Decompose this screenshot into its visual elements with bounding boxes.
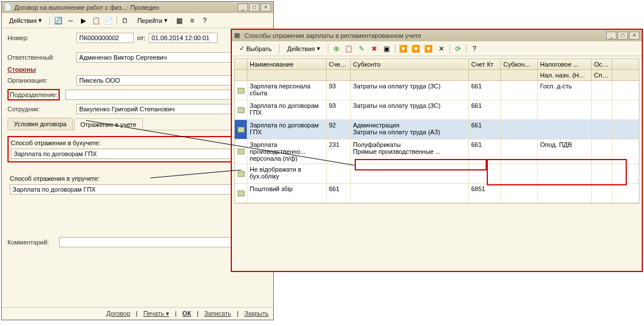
salary-methods-window: ▦ Способы отражения зарплаты в регламент… — [231, 29, 643, 272]
arrow-icon[interactable]: ↔ — [66, 16, 75, 25]
cell-skt: 661 — [469, 139, 501, 164]
cell-sub2 — [501, 120, 538, 139]
parties-section: Стороны — [7, 66, 267, 73]
cell-name: Зарплата по договорам ГПХ — [247, 100, 327, 119]
filter2-icon[interactable]: 🔽 — [412, 44, 421, 53]
row-icon — [235, 120, 247, 139]
upr-input[interactable] — [10, 184, 265, 195]
separator — [466, 44, 467, 53]
doc2-icon[interactable]: 📄 — [104, 16, 113, 25]
cell-skt: 661 — [469, 120, 501, 139]
minimize-button[interactable]: _ — [606, 32, 616, 40]
cell-nal — [538, 120, 592, 139]
upr-label: Способ отражения в упручете: — [10, 175, 265, 182]
th-skt[interactable]: Счет Кт — [469, 59, 501, 69]
cell-sub2 — [501, 184, 538, 203]
cell-sub2 — [501, 81, 538, 100]
cell-sub2 — [501, 100, 538, 119]
close-button[interactable]: × — [261, 3, 271, 11]
cell-oso — [592, 100, 612, 119]
cell-sdt: 92 — [327, 120, 351, 139]
cell-sdt: 93 — [327, 100, 351, 119]
cell-sub: Затраты на оплату труда (ЗС) — [351, 81, 469, 100]
table-subheader: Нал. назн. (НДС) Спо... отр... — [235, 70, 639, 81]
toolbar: Действия ▾ 🔄 ↔ ▶ 📋 📄 🗋 Перейти ▾ ▦ ≡ ? — [2, 13, 273, 28]
help-icon[interactable]: ? — [470, 44, 479, 53]
footer: Договор | Печать ▾ | ОК | Записать | Зак… — [2, 307, 273, 320]
cell-name: Зарплата производственно... персонала (п… — [247, 139, 327, 164]
cell-sub: Затраты на оплату труда (ЗС) — [351, 100, 469, 119]
print-button[interactable]: Печать ▾ — [143, 310, 169, 317]
sub-nal: Нал. назн. (НДС) — [538, 70, 592, 80]
table-content: Наименование Счет Дт Субконто Счет Кт Су… — [232, 56, 642, 271]
division-label: Подразделение: — [7, 89, 60, 100]
cell-sub: АдминистрацияЗатраты на оплату труда (АЗ… — [351, 120, 469, 139]
goto-menu[interactable]: Перейти ▾ — [133, 15, 172, 26]
cell-sdt: 231 — [327, 139, 351, 164]
cell-name: Не відображати в бух.обліку — [247, 164, 327, 183]
employee-label: Сотрудник: — [7, 106, 76, 112]
mark-icon[interactable]: ▣ — [382, 44, 391, 53]
maximize-button[interactable]: □ — [618, 32, 628, 40]
number-input[interactable] — [76, 33, 134, 43]
date-input[interactable] — [149, 33, 218, 43]
delete-icon[interactable]: ✖ — [370, 44, 379, 53]
table-row[interactable]: Поштовий збір 661 6851 — [235, 184, 639, 203]
actions-menu[interactable]: Действия ▾ — [283, 43, 324, 54]
cell-sub — [351, 164, 469, 183]
th-sub2[interactable]: Субкон... — [501, 59, 538, 69]
table-row[interactable]: Зарплата производственно... персонала (п… — [235, 139, 639, 164]
copy-icon[interactable]: 📋 — [344, 44, 354, 53]
th-name[interactable]: Наименование — [247, 59, 327, 69]
close-button[interactable]: × — [629, 32, 639, 40]
copy-icon[interactable]: 📋 — [91, 16, 100, 25]
bu-input[interactable] — [11, 149, 264, 159]
cell-oso — [592, 164, 612, 183]
table-row[interactable]: Не відображати в бух.обліку — [235, 164, 639, 184]
refresh-icon[interactable]: ⟳ — [453, 44, 463, 53]
th-sdt[interactable]: Счет Дт — [327, 59, 351, 69]
ok-button[interactable]: ОК — [183, 310, 191, 317]
save-button[interactable]: Записать — [204, 310, 231, 317]
row-icon — [235, 184, 247, 203]
cell-sdt: 661 — [327, 184, 351, 203]
bars-icon[interactable]: ≡ — [188, 16, 197, 25]
sub-oso: Спо... отр... — [592, 70, 612, 80]
cell-oso — [592, 139, 612, 164]
th-nal[interactable]: Налоговое ... — [538, 59, 592, 69]
tab-reflection[interactable]: Отражение в учете — [74, 118, 143, 130]
cell-sdt — [327, 164, 351, 183]
table-row[interactable]: Зарплата по договорам ГПХ 92 Администрац… — [235, 120, 639, 139]
th-icon — [235, 59, 247, 69]
list-icon: ▦ — [234, 32, 242, 40]
edit-icon[interactable]: ✎ — [357, 44, 366, 53]
add-icon[interactable]: ⊕ — [332, 44, 341, 53]
filter3-icon[interactable]: 🔽 — [424, 44, 433, 53]
th-sub[interactable]: Субконто — [351, 59, 469, 69]
grid-icon[interactable]: ▦ — [175, 16, 184, 25]
dog-button[interactable]: Договор — [106, 310, 130, 317]
separator — [279, 44, 280, 53]
tab-conditions[interactable]: Условия договора — [7, 118, 73, 130]
row-icon — [235, 100, 247, 119]
th-oso[interactable]: Осо... — [592, 59, 612, 69]
play-icon[interactable]: ▶ — [79, 16, 88, 25]
separator — [49, 16, 50, 25]
cell-sub — [351, 184, 469, 203]
cell-skt: 661 — [469, 100, 501, 119]
table-row[interactable]: Зарплата персонала сбыта 93 Затраты на о… — [235, 81, 639, 100]
close-button[interactable]: Закрыть — [245, 310, 269, 317]
refresh-icon[interactable]: 🔄 — [53, 16, 63, 25]
maximize-button[interactable]: □ — [249, 3, 259, 11]
cell-nal: Госп. д-сть — [538, 81, 592, 100]
list-icon[interactable]: 🗋 — [121, 16, 130, 25]
actions-menu[interactable]: Действия ▾ — [5, 15, 46, 26]
number-label: Номер: — [7, 34, 76, 41]
table-row[interactable]: Зарплата по договорам ГПХ 93 Затраты на … — [235, 100, 639, 120]
filter1-icon[interactable]: 🔽 — [399, 44, 408, 53]
select-button[interactable]: ✓ Выбрать — [235, 43, 276, 54]
filter-clear-icon[interactable]: ✕ — [437, 44, 446, 53]
minimize-button[interactable]: _ — [238, 3, 248, 11]
table-header: Наименование Счет Дт Субконто Счет Кт Су… — [235, 59, 639, 70]
help-icon[interactable]: ? — [200, 16, 210, 25]
